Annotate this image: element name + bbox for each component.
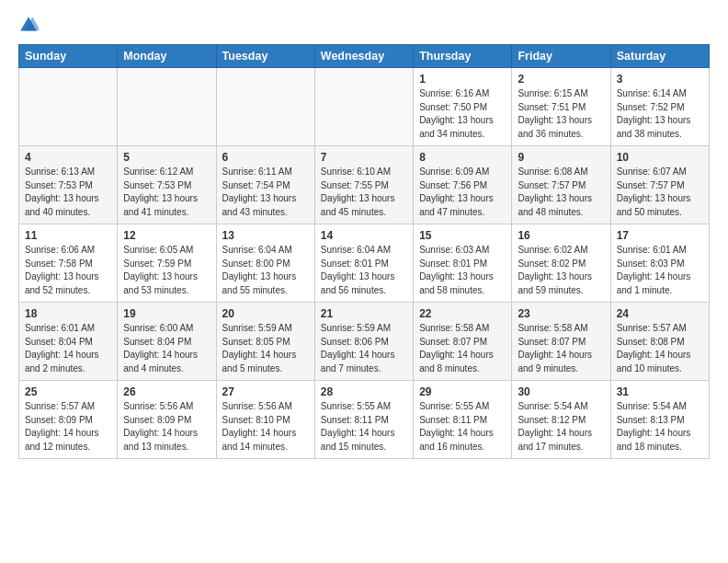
day-info: Sunrise: 6:11 AM Sunset: 7:54 PM Dayligh… (222, 166, 309, 219)
day-number: 29 (419, 385, 506, 398)
week-row-3: 11Sunrise: 6:06 AM Sunset: 7:58 PM Dayli… (19, 224, 710, 303)
calendar-cell: 25Sunrise: 5:57 AM Sunset: 8:09 PM Dayli… (19, 381, 118, 459)
day-info: Sunrise: 6:01 AM Sunset: 8:04 PM Dayligh… (25, 322, 111, 375)
day-number: 15 (419, 229, 506, 242)
day-info: Sunrise: 5:58 AM Sunset: 8:07 PM Dayligh… (419, 322, 506, 375)
day-info: Sunrise: 5:57 AM Sunset: 8:09 PM Dayligh… (25, 400, 111, 454)
day-info: Sunrise: 6:00 AM Sunset: 8:04 PM Dayligh… (123, 322, 210, 375)
day-info: Sunrise: 5:58 AM Sunset: 8:07 PM Dayligh… (518, 322, 604, 375)
day-number: 8 (419, 151, 506, 164)
day-info: Sunrise: 6:06 AM Sunset: 7:58 PM Dayligh… (25, 244, 111, 297)
day-number: 22 (419, 307, 506, 320)
day-number: 4 (25, 151, 111, 164)
calendar-cell (118, 68, 216, 146)
day-number: 23 (518, 307, 604, 320)
day-info: Sunrise: 5:54 AM Sunset: 8:12 PM Dayligh… (518, 400, 604, 454)
day-info: Sunrise: 5:56 AM Sunset: 8:10 PM Dayligh… (222, 400, 309, 454)
day-number: 24 (617, 307, 703, 320)
calendar-cell: 2Sunrise: 6:15 AM Sunset: 7:51 PM Daylig… (512, 68, 610, 146)
calendar-cell: 10Sunrise: 6:07 AM Sunset: 7:57 PM Dayli… (610, 146, 709, 224)
day-number: 6 (222, 151, 309, 164)
day-header-sunday: Sunday (19, 45, 118, 68)
day-info: Sunrise: 6:04 AM Sunset: 8:01 PM Dayligh… (321, 244, 407, 297)
calendar-cell: 31Sunrise: 5:54 AM Sunset: 8:13 PM Dayli… (610, 381, 709, 459)
calendar-cell: 13Sunrise: 6:04 AM Sunset: 8:00 PM Dayli… (216, 224, 314, 303)
day-header-tuesday: Tuesday (216, 45, 314, 68)
logo-icon (18, 15, 39, 35)
calendar-cell: 7Sunrise: 6:10 AM Sunset: 7:55 PM Daylig… (314, 146, 413, 224)
calendar-cell: 24Sunrise: 5:57 AM Sunset: 8:08 PM Dayli… (610, 303, 709, 381)
calendar-cell: 16Sunrise: 6:02 AM Sunset: 8:02 PM Dayli… (512, 224, 610, 303)
day-info: Sunrise: 6:12 AM Sunset: 7:53 PM Dayligh… (123, 166, 210, 219)
day-info: Sunrise: 5:56 AM Sunset: 8:09 PM Dayligh… (123, 400, 210, 454)
week-row-2: 4Sunrise: 6:13 AM Sunset: 7:53 PM Daylig… (19, 146, 710, 224)
calendar-cell (314, 68, 413, 146)
day-info: Sunrise: 6:15 AM Sunset: 7:51 PM Dayligh… (518, 87, 604, 141)
calendar-cell: 21Sunrise: 5:59 AM Sunset: 8:06 PM Dayli… (314, 303, 413, 381)
day-number: 5 (123, 151, 210, 164)
day-info: Sunrise: 6:14 AM Sunset: 7:52 PM Dayligh… (617, 87, 703, 141)
calendar-cell: 17Sunrise: 6:01 AM Sunset: 8:03 PM Dayli… (610, 224, 709, 303)
day-number: 14 (321, 229, 407, 242)
day-info: Sunrise: 6:07 AM Sunset: 7:57 PM Dayligh… (617, 166, 703, 219)
calendar-cell: 15Sunrise: 6:03 AM Sunset: 8:01 PM Dayli… (414, 224, 512, 303)
day-number: 18 (25, 307, 111, 320)
calendar-cell: 19Sunrise: 6:00 AM Sunset: 8:04 PM Dayli… (118, 303, 216, 381)
logo (18, 15, 42, 35)
day-info: Sunrise: 5:54 AM Sunset: 8:13 PM Dayligh… (617, 400, 703, 454)
day-number: 9 (518, 151, 604, 164)
day-info: Sunrise: 6:01 AM Sunset: 8:03 PM Dayligh… (617, 244, 703, 297)
calendar-cell: 9Sunrise: 6:08 AM Sunset: 7:57 PM Daylig… (512, 146, 610, 224)
calendar-cell: 23Sunrise: 5:58 AM Sunset: 8:07 PM Dayli… (512, 303, 610, 381)
calendar-cell: 20Sunrise: 5:59 AM Sunset: 8:05 PM Dayli… (216, 303, 314, 381)
day-info: Sunrise: 6:08 AM Sunset: 7:57 PM Dayligh… (518, 166, 604, 219)
calendar-cell: 12Sunrise: 6:05 AM Sunset: 7:59 PM Dayli… (118, 224, 216, 303)
day-number: 16 (518, 229, 604, 242)
header (18, 15, 710, 35)
day-number: 27 (222, 385, 309, 398)
day-number: 30 (518, 385, 604, 398)
day-number: 20 (222, 307, 309, 320)
day-info: Sunrise: 6:09 AM Sunset: 7:56 PM Dayligh… (419, 166, 506, 219)
day-info: Sunrise: 5:57 AM Sunset: 8:08 PM Dayligh… (617, 322, 703, 375)
day-number: 10 (617, 151, 703, 164)
calendar-cell: 8Sunrise: 6:09 AM Sunset: 7:56 PM Daylig… (414, 146, 512, 224)
day-number: 21 (321, 307, 407, 320)
day-number: 3 (617, 73, 703, 86)
day-header-friday: Friday (512, 45, 610, 68)
calendar-cell: 11Sunrise: 6:06 AM Sunset: 7:58 PM Dayli… (19, 224, 118, 303)
day-header-thursday: Thursday (414, 45, 512, 68)
day-number: 31 (617, 385, 703, 398)
day-number: 26 (123, 385, 210, 398)
calendar-cell: 27Sunrise: 5:56 AM Sunset: 8:10 PM Dayli… (216, 381, 314, 459)
calendar-cell: 3Sunrise: 6:14 AM Sunset: 7:52 PM Daylig… (610, 68, 709, 146)
calendar-cell: 30Sunrise: 5:54 AM Sunset: 8:12 PM Dayli… (512, 381, 610, 459)
day-number: 2 (518, 73, 604, 86)
day-number: 7 (321, 151, 407, 164)
calendar-cell: 6Sunrise: 6:11 AM Sunset: 7:54 PM Daylig… (216, 146, 314, 224)
day-header-wednesday: Wednesday (314, 45, 413, 68)
day-number: 17 (617, 229, 703, 242)
week-row-5: 25Sunrise: 5:57 AM Sunset: 8:09 PM Dayli… (19, 381, 710, 459)
day-info: Sunrise: 6:05 AM Sunset: 7:59 PM Dayligh… (123, 244, 210, 297)
day-header-monday: Monday (118, 45, 216, 68)
day-number: 11 (25, 229, 111, 242)
calendar-cell: 1Sunrise: 6:16 AM Sunset: 7:50 PM Daylig… (414, 68, 512, 146)
day-number: 1 (419, 73, 506, 86)
day-info: Sunrise: 5:55 AM Sunset: 8:11 PM Dayligh… (321, 400, 407, 454)
day-number: 13 (222, 229, 309, 242)
day-number: 19 (123, 307, 210, 320)
week-row-1: 1Sunrise: 6:16 AM Sunset: 7:50 PM Daylig… (19, 68, 710, 146)
calendar-cell: 29Sunrise: 5:55 AM Sunset: 8:11 PM Dayli… (414, 381, 512, 459)
calendar-cell (19, 68, 118, 146)
day-info: Sunrise: 5:59 AM Sunset: 8:06 PM Dayligh… (321, 322, 407, 375)
day-info: Sunrise: 6:04 AM Sunset: 8:00 PM Dayligh… (222, 244, 309, 297)
page: SundayMondayTuesdayWednesdayThursdayFrid… (0, 0, 728, 474)
day-info: Sunrise: 6:16 AM Sunset: 7:50 PM Dayligh… (419, 87, 506, 141)
calendar-table: SundayMondayTuesdayWednesdayThursdayFrid… (18, 44, 710, 459)
calendar-cell: 14Sunrise: 6:04 AM Sunset: 8:01 PM Dayli… (314, 224, 413, 303)
days-header-row: SundayMondayTuesdayWednesdayThursdayFrid… (19, 45, 710, 68)
calendar-body: 1Sunrise: 6:16 AM Sunset: 7:50 PM Daylig… (19, 68, 710, 459)
day-info: Sunrise: 5:55 AM Sunset: 8:11 PM Dayligh… (419, 400, 506, 454)
day-info: Sunrise: 6:02 AM Sunset: 8:02 PM Dayligh… (518, 244, 604, 297)
